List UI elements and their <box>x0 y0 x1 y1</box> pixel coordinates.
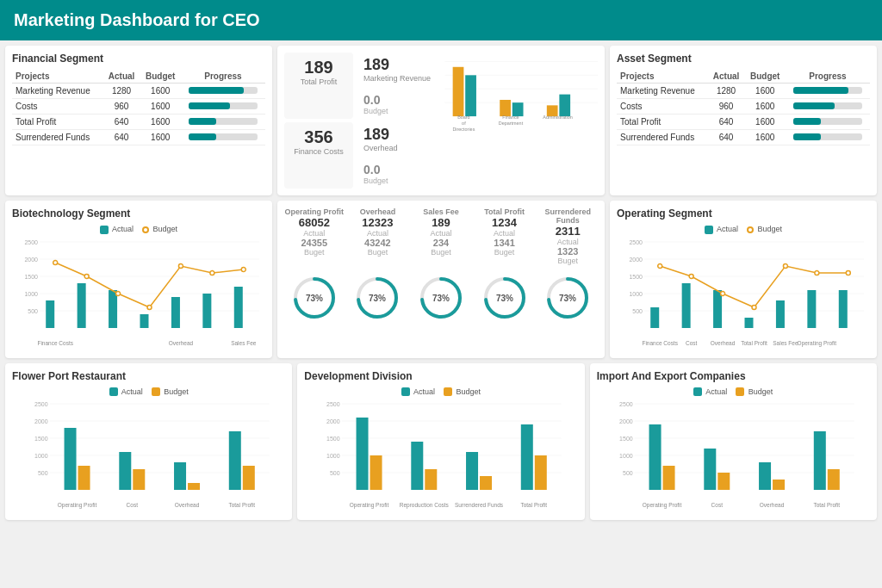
metric-col: Total Profit 1234 Actual 1341 Buget <box>475 207 535 265</box>
asset-col-actual: Actual <box>708 70 745 84</box>
svg-text:Cost: Cost <box>686 340 698 346</box>
svg-text:Total Profit: Total Profit <box>813 502 840 508</box>
budget-value: 1600 <box>745 130 786 145</box>
svg-text:Overhead: Overhead <box>169 340 194 346</box>
operating-segment-title: Operating Segment <box>617 207 870 220</box>
metric-col: Sales Fee 189 Actual 234 Buget <box>411 207 471 265</box>
svg-text:1000: 1000 <box>326 453 340 459</box>
kpi-ov-lbl: Overhead <box>363 144 431 152</box>
svg-text:2500: 2500 <box>619 401 633 407</box>
fp-actual-legend: Actual <box>109 387 143 397</box>
kpi-total-profit-label: Total Profit <box>291 77 346 86</box>
biotechnology-card: Biotechnology Segment Actual Budget 2500… <box>5 201 272 358</box>
bar-teal <box>559 95 570 116</box>
kpi-left-col: 189 Total Profit 356 Finance Costs <box>284 53 353 189</box>
table-row: Surrendered Funds 640 1600 <box>617 130 870 145</box>
svg-text:73%: 73% <box>432 294 450 303</box>
kpi-finance-costs-value: 356 <box>291 127 346 147</box>
top-bar-chart: BoardofDirectoriesFinanceDepartmentAdmin… <box>441 53 598 189</box>
metric-actual-val: 2311 <box>537 225 598 238</box>
svg-text:Directories: Directories <box>452 127 475 132</box>
progress-bar-fill <box>793 133 821 140</box>
bar-actual <box>412 442 424 490</box>
svg-text:2000: 2000 <box>619 418 633 424</box>
metric-budget-lbl: Buget <box>537 257 598 265</box>
progress-cell <box>181 115 265 130</box>
flower-port-title: Flower Port Restaurant <box>12 370 285 382</box>
budget-dot <box>116 291 121 295</box>
bio-actual-legend: Actual <box>100 225 134 234</box>
dashboard: Financial Segment Projects Actual Budget… <box>0 40 882 525</box>
bar-actual <box>745 318 754 328</box>
bar-budget <box>717 473 730 490</box>
metric-actual-lbl: Actual <box>411 229 471 238</box>
import-export-card: Import And Export Companies Actual Budge… <box>590 363 877 521</box>
svg-text:1500: 1500 <box>34 436 48 442</box>
metric-label: Sales Fee <box>411 207 471 216</box>
circles-row: 73% 73% 73% 73% 73% <box>284 274 598 322</box>
svg-text:Cost: Cost <box>711 502 723 508</box>
circle-svg: 73% <box>417 274 465 322</box>
progress-bar-fill <box>189 102 230 109</box>
metric-budget-val: 1341 <box>475 238 535 248</box>
budget-value: 1600 <box>140 130 181 145</box>
bar-actual <box>78 283 86 328</box>
bar-actual <box>704 449 716 490</box>
svg-text:Total Profit: Total Profit <box>521 502 548 508</box>
op-legend: Actual Budget <box>617 225 870 234</box>
actual-value: 1280 <box>103 84 140 99</box>
project-name: Surrendered Funds <box>12 130 103 145</box>
bar-actual <box>649 424 661 490</box>
progress-bar-fill <box>189 87 244 94</box>
svg-text:73%: 73% <box>496 294 513 303</box>
kpi-finance-costs: 356 Finance Costs <box>284 122 353 189</box>
budget-dot <box>658 263 662 268</box>
bar-actual <box>466 452 478 490</box>
svg-text:500: 500 <box>28 308 38 314</box>
bar-actual <box>65 428 77 490</box>
svg-text:Cost: Cost <box>127 502 139 508</box>
progress-bar-bg <box>189 87 258 94</box>
top-row: Financial Segment Projects Actual Budget… <box>5 46 877 195</box>
bar-actual <box>713 290 722 328</box>
progress-bar-bg <box>189 118 258 125</box>
metric-label: Overhead <box>348 207 408 216</box>
kpi-b1-val: 0.0 <box>363 93 431 107</box>
svg-text:500: 500 <box>330 470 340 476</box>
progress-cell <box>786 130 870 145</box>
svg-text:Total Profit: Total Profit <box>228 502 255 508</box>
center-metrics-card: Operating Profit 68052 Actual 24355 Buge… <box>277 201 605 358</box>
svg-text:500: 500 <box>623 470 633 476</box>
col-progress: Progress <box>181 70 265 84</box>
bar-actual <box>140 314 149 328</box>
bar-actual <box>521 424 533 490</box>
bar-budget <box>133 469 145 490</box>
svg-text:2500: 2500 <box>629 239 643 245</box>
table-row: Marketing Revenue 1280 1600 <box>617 84 870 99</box>
import-export-title: Import And Export Companies <box>597 370 870 382</box>
budget-value: 1600 <box>745 99 786 115</box>
svg-text:Overhead: Overhead <box>759 502 784 508</box>
progress-bar-bg <box>793 87 862 94</box>
bar-actual <box>682 283 691 328</box>
ie-budget-legend: Budget <box>736 387 773 397</box>
budget-dot <box>241 267 245 271</box>
svg-text:Total Profit: Total Profit <box>741 340 767 346</box>
progress-cell <box>786 99 870 115</box>
metric-actual-lbl: Actual <box>537 238 598 246</box>
bar-budget <box>243 466 255 490</box>
kpi-mr-val: 189 <box>363 56 431 74</box>
dd-budget-legend: Budget <box>444 387 481 397</box>
circle-svg: 73% <box>290 274 339 322</box>
progress-cell <box>181 130 265 145</box>
progress-bar-bg <box>793 133 862 140</box>
kpi-total-profit: 189 Total Profit <box>284 53 353 119</box>
bio-budget-legend: Budget <box>142 225 177 234</box>
progress-cell <box>181 99 265 115</box>
bar-actual <box>234 287 243 328</box>
metric-budget-lbl: Buget <box>284 248 345 257</box>
development-division-title: Development Division <box>304 370 577 382</box>
svg-text:Finance: Finance <box>502 115 519 120</box>
circle-svg: 73% <box>353 274 401 322</box>
circle-progress: 73% <box>481 274 529 322</box>
